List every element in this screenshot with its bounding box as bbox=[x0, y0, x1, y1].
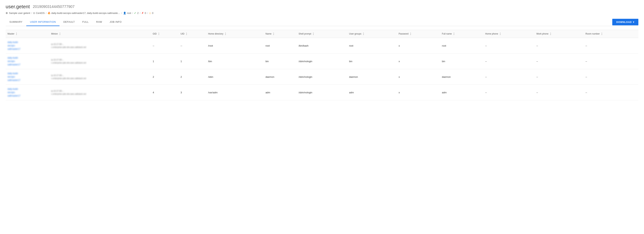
col-user-groups[interactable]: User groups ▲▼ bbox=[347, 30, 397, 38]
col-password[interactable]: Password ▲▼ bbox=[397, 30, 440, 38]
cell-name-3: adm bbox=[264, 85, 297, 100]
flame-icon: 🔥 bbox=[48, 12, 50, 14]
breadcrumb-user: root bbox=[127, 12, 131, 14]
errors-count: 0 bbox=[145, 12, 146, 14]
cell-fullname-3: adm bbox=[440, 85, 484, 100]
cell-roomnumber-2: -- bbox=[584, 69, 638, 85]
cell-homephone-2: -- bbox=[483, 69, 534, 85]
cell-shell-0: /bin/bash bbox=[297, 38, 347, 54]
cell-roomnumber-0: -- bbox=[584, 38, 638, 54]
col-name[interactable]: Name ▲▼ bbox=[264, 30, 297, 38]
col-home-directory[interactable]: Home directory ▲▼ bbox=[206, 30, 264, 38]
cell-password-0: x bbox=[397, 38, 440, 54]
master-sort-icons[interactable]: ▲ ▼ bbox=[16, 32, 17, 36]
cell-fullname-2: daemon bbox=[440, 69, 484, 85]
cell-minion-1: ip-10-27-80-...c.enterprise-pde.dev.aws.… bbox=[50, 54, 151, 69]
col-gid[interactable]: GID ▲▼ bbox=[151, 30, 178, 38]
uid-sort-icons[interactable]: ▲▼ bbox=[186, 32, 188, 36]
tab-job-info[interactable]: JOB INFO bbox=[106, 18, 126, 26]
table-row: daily-build-secops-saltmaster17 ip-10-27… bbox=[6, 54, 638, 69]
minion-sort-icons[interactable]: ▲▼ bbox=[59, 32, 61, 36]
tab-summary[interactable]: SUMMARY bbox=[6, 18, 26, 26]
cell-password-2: x bbox=[397, 69, 440, 85]
checks-count: 2 bbox=[137, 12, 138, 14]
cell-name-2: daemon bbox=[264, 69, 297, 85]
col-full-name[interactable]: Full name ▲▼ bbox=[440, 30, 484, 38]
gid-sort-icons[interactable]: ▲▼ bbox=[158, 32, 160, 36]
name-sort-icons[interactable]: ▲▼ bbox=[273, 32, 274, 36]
cross-icon: ✗ bbox=[142, 12, 144, 14]
col-master[interactable]: Master ▲ ▼ bbox=[6, 30, 50, 38]
breadcrumb-target: daily-build-secops-saltmaster17, daily-b… bbox=[51, 12, 120, 14]
results-table-container: Master ▲ ▼ Minion ▲▼ GID bbox=[6, 30, 638, 100]
cell-workphone-3: -- bbox=[534, 85, 584, 100]
breadcrumb-sample: Sample user getent bbox=[9, 12, 30, 14]
col-shell-prompt[interactable]: Shell prompt ▲▼ bbox=[297, 30, 347, 38]
cell-minion-3: ip-10-27-80-...c.enterprise-pde.dev.aws.… bbox=[50, 85, 151, 100]
tab-default[interactable]: DEFAULT bbox=[60, 18, 78, 26]
cell-gid-2: 2 bbox=[151, 69, 178, 85]
tab-full[interactable]: FULL bbox=[79, 18, 92, 26]
cell-master-2: daily-build-secops-saltmaster17 bbox=[6, 69, 50, 85]
cell-master-1: daily-build-secops-saltmaster17 bbox=[6, 54, 50, 69]
cell-workphone-0: -- bbox=[534, 38, 584, 54]
cell-shell-1: /sbin/nologin bbox=[297, 54, 347, 69]
cell-name-1: bin bbox=[264, 54, 297, 69]
cell-gid-1: 1 bbox=[151, 54, 178, 69]
page-title: user.getent bbox=[6, 4, 30, 10]
groups-sort-icons[interactable]: ▲▼ bbox=[363, 32, 364, 36]
col-home-phone[interactable]: Home phone ▲▼ bbox=[483, 30, 534, 38]
cell-groups-1: bin bbox=[347, 54, 397, 69]
cell-gid-0: -- bbox=[151, 38, 178, 54]
table-header-row: Master ▲ ▼ Minion ▲▼ GID bbox=[6, 30, 638, 38]
tab-raw[interactable]: RAW bbox=[92, 18, 106, 26]
cell-workphone-1: -- bbox=[534, 54, 584, 69]
table-row: daily-build-secops-saltmaster17 ip-10-27… bbox=[6, 38, 638, 54]
breadcrumb: ⊕ Sample user getent / ⊙ CentOS / 🔥 dail… bbox=[6, 12, 638, 14]
home-dir-sort-icons[interactable]: ▲▼ bbox=[225, 32, 226, 36]
cell-roomnumber-1: -- bbox=[584, 54, 638, 69]
cell-home-dir-1: /bin bbox=[206, 54, 264, 69]
cell-name-0: root bbox=[264, 38, 297, 54]
cell-fullname-0: root bbox=[440, 38, 484, 54]
shell-sort-icons[interactable]: ▲▼ bbox=[312, 32, 314, 36]
check-icon: ✓ bbox=[134, 12, 136, 14]
cell-home-dir-2: /sbin bbox=[206, 69, 264, 85]
cell-groups-2: daemon bbox=[347, 69, 397, 85]
cell-homephone-3: -- bbox=[483, 85, 534, 100]
cell-roomnumber-3: -- bbox=[584, 85, 638, 100]
col-minion[interactable]: Minion ▲▼ bbox=[50, 30, 151, 38]
col-room-number[interactable]: Room number ▲▼ bbox=[584, 30, 638, 38]
table-row: daily-build-secops-saltmaster17 ip-10-27… bbox=[6, 69, 638, 85]
job-id: 20190903144450777907 bbox=[33, 4, 74, 9]
user-icon: 👤 bbox=[123, 12, 126, 14]
cell-uid-2: 2 bbox=[179, 69, 206, 85]
password-sort-icons[interactable]: ▲▼ bbox=[410, 32, 411, 36]
breadcrumb-os: CentOS bbox=[36, 12, 44, 14]
roomnumber-sort-icons[interactable]: ▲▼ bbox=[601, 32, 603, 36]
cell-homephone-1: -- bbox=[483, 54, 534, 69]
cell-uid-3: 3 bbox=[179, 85, 206, 100]
col-uid[interactable]: UID ▲▼ bbox=[179, 30, 206, 38]
download-label: DOWNLOAD bbox=[616, 21, 632, 24]
cell-shell-2: /sbin/nologin bbox=[297, 69, 347, 85]
cell-home-dir-3: /var/adm bbox=[206, 85, 264, 100]
cell-homephone-0: -- bbox=[483, 38, 534, 54]
cell-groups-0: root bbox=[347, 38, 397, 54]
fullname-sort-icons[interactable]: ▲▼ bbox=[453, 32, 455, 36]
tabs-bar: SUMMARY USER INFORMATION DEFAULT FULL RA… bbox=[6, 18, 638, 26]
cell-workphone-2: -- bbox=[534, 69, 584, 85]
cell-master-3: daily-build-secops-saltmaster17 bbox=[6, 85, 50, 100]
cell-shell-3: /sbin/nologin bbox=[297, 85, 347, 100]
table-row: daily-build-secops-saltmaster17 ip-10-27… bbox=[6, 85, 638, 100]
cell-home-dir-0: /root bbox=[206, 38, 264, 54]
tab-user-information[interactable]: USER INFORMATION bbox=[26, 18, 60, 26]
cell-fullname-1: bin bbox=[440, 54, 484, 69]
os-icon: ⊙ bbox=[33, 12, 35, 14]
homephone-sort-icons[interactable]: ▲▼ bbox=[500, 32, 501, 36]
workphone-sort-icons[interactable]: ▲▼ bbox=[550, 32, 552, 36]
cell-groups-3: adm bbox=[347, 85, 397, 100]
cell-uid-1: 1 bbox=[179, 54, 206, 69]
download-button[interactable]: DOWNLOAD ▾ bbox=[612, 19, 638, 25]
col-work-phone[interactable]: Work phone ▲▼ bbox=[534, 30, 584, 38]
